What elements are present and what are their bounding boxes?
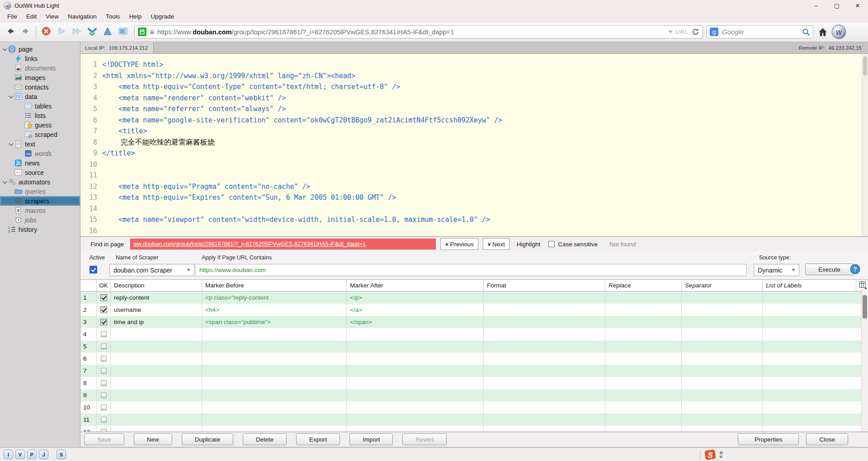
column-header-labels[interactable]: List of Labels bbox=[763, 280, 856, 291]
search-box[interactable]: g bbox=[707, 25, 813, 38]
export-button[interactable]: Export bbox=[296, 433, 340, 445]
cell-replace[interactable] bbox=[605, 328, 682, 340]
checked-checkbox[interactable] bbox=[100, 294, 107, 301]
cell-marker_after[interactable] bbox=[347, 353, 484, 365]
cell-description[interactable] bbox=[111, 389, 202, 401]
cell-marker_after[interactable] bbox=[347, 426, 484, 432]
cell-labels[interactable] bbox=[763, 401, 856, 414]
reload-icon[interactable] bbox=[692, 28, 699, 36]
empty-checkbox[interactable] bbox=[101, 356, 107, 362]
expand-caret-icon[interactable] bbox=[8, 92, 14, 101]
table-row[interactable]: 7 bbox=[80, 365, 868, 377]
cell-marker_before[interactable] bbox=[202, 426, 347, 432]
slideshow-button[interactable] bbox=[116, 25, 130, 39]
fast-forward-button[interactable] bbox=[70, 25, 84, 39]
find-next-button[interactable]: ∨ Next bbox=[483, 238, 509, 250]
cell-separator[interactable] bbox=[682, 304, 763, 316]
cell-format[interactable] bbox=[484, 389, 605, 401]
cell-description[interactable] bbox=[111, 401, 202, 414]
cell-labels[interactable] bbox=[763, 426, 856, 432]
status-toggle-s[interactable]: S bbox=[57, 450, 66, 459]
cell-description[interactable] bbox=[111, 328, 202, 340]
cell-labels[interactable] bbox=[763, 377, 856, 389]
expand-caret-icon[interactable] bbox=[8, 139, 14, 149]
cell-replace[interactable] bbox=[605, 316, 682, 328]
scraper-badge-icon[interactable]: S bbox=[704, 449, 716, 461]
table-row[interactable]: 4 bbox=[80, 328, 868, 340]
cell-marker_after[interactable] bbox=[347, 377, 484, 389]
cell-description[interactable]: time and ip bbox=[111, 316, 202, 328]
cell-marker_after[interactable] bbox=[347, 340, 484, 353]
cell-format[interactable] bbox=[484, 328, 605, 340]
menu-view[interactable]: View bbox=[41, 12, 63, 21]
sidebar-item-queries[interactable]: queries bbox=[0, 187, 80, 196]
cell-description[interactable] bbox=[111, 353, 202, 365]
cell-labels[interactable] bbox=[763, 365, 856, 377]
expand-caret-icon[interactable] bbox=[2, 44, 8, 54]
help-icon[interactable]: ? bbox=[850, 264, 860, 274]
chevron-down-icon[interactable] bbox=[668, 31, 673, 33]
column-header-ok[interactable]: OK bbox=[97, 280, 111, 291]
cell-marker_after[interactable]: </a> bbox=[347, 304, 484, 316]
sidebar-item-words[interactable]: Aawords bbox=[0, 149, 80, 158]
cell-format[interactable] bbox=[484, 414, 605, 426]
cell-marker_before[interactable]: <p class="reply-content bbox=[202, 292, 347, 304]
outwit-logo-icon[interactable]: w bbox=[831, 24, 846, 39]
cell-labels[interactable] bbox=[763, 414, 856, 426]
close-button[interactable]: Close bbox=[806, 433, 848, 445]
sidebar-item-automators[interactable]: automators bbox=[0, 177, 80, 187]
empty-checkbox[interactable] bbox=[101, 343, 107, 349]
cell-marker_before[interactable] bbox=[202, 389, 347, 401]
empty-checkbox[interactable] bbox=[101, 331, 107, 337]
sidebar-item-source[interactable]: <>source bbox=[0, 168, 80, 177]
sidebar-item-history[interactable]: 1.2.history bbox=[0, 225, 80, 234]
cell-labels[interactable] bbox=[763, 292, 856, 304]
cell-format[interactable] bbox=[484, 316, 605, 328]
status-toggle-p[interactable]: P bbox=[27, 450, 37, 459]
sidebar-item-text[interactable]: text bbox=[0, 139, 80, 149]
case-sensitive-checkbox[interactable] bbox=[548, 241, 555, 247]
cell-labels[interactable] bbox=[763, 340, 856, 353]
cell-labels[interactable] bbox=[763, 389, 856, 401]
empty-checkbox[interactable] bbox=[101, 380, 107, 386]
cell-description[interactable] bbox=[111, 426, 202, 432]
cell-format[interactable] bbox=[484, 304, 605, 316]
cell-separator[interactable] bbox=[682, 389, 763, 401]
cell-marker_after[interactable] bbox=[347, 328, 484, 340]
scrollbar-thumb[interactable] bbox=[863, 56, 867, 75]
cell-replace[interactable] bbox=[605, 389, 682, 401]
source-view[interactable]: 1<!DOCTYPE html>2<html xmlns="http://www… bbox=[80, 54, 868, 236]
sidebar-item-page[interactable]: page bbox=[0, 44, 80, 54]
checked-checkbox[interactable] bbox=[100, 319, 107, 325]
cell-description[interactable] bbox=[111, 414, 202, 426]
sidebar-item-scrapers[interactable]: scrapers bbox=[0, 196, 80, 206]
status-toggle-v[interactable]: V bbox=[15, 450, 25, 459]
empty-checkbox[interactable] bbox=[101, 429, 107, 432]
cell-replace[interactable] bbox=[605, 365, 682, 377]
table-row[interactable]: 12 bbox=[80, 426, 868, 432]
duplicate-button[interactable]: Duplicate bbox=[182, 433, 233, 445]
cell-labels[interactable] bbox=[763, 353, 856, 365]
empty-checkbox[interactable] bbox=[101, 405, 107, 410]
cell-format[interactable] bbox=[484, 401, 605, 414]
table-row[interactable]: 6 bbox=[80, 353, 868, 365]
cell-labels[interactable] bbox=[763, 316, 856, 328]
cell-separator[interactable] bbox=[682, 426, 763, 432]
menu-file[interactable]: File bbox=[3, 12, 22, 21]
cell-marker_before[interactable] bbox=[202, 365, 347, 377]
home-icon[interactable] bbox=[818, 27, 828, 37]
table-row[interactable]: 3time and ip<span class="pubtime"></span… bbox=[80, 316, 868, 328]
column-header-format[interactable]: Format bbox=[484, 280, 605, 291]
cell-separator[interactable] bbox=[682, 365, 763, 377]
cell-separator[interactable] bbox=[682, 340, 763, 353]
back-arrow-button[interactable] bbox=[4, 25, 17, 39]
cell-replace[interactable] bbox=[605, 426, 682, 432]
highlight-button[interactable]: Highlight bbox=[517, 241, 541, 248]
source-type-select[interactable]: Dynamic bbox=[754, 264, 799, 276]
table-row[interactable]: 8 bbox=[80, 377, 868, 389]
status-toggle-i[interactable]: I bbox=[4, 450, 13, 459]
checked-checkbox[interactable] bbox=[100, 306, 107, 313]
menu-tools[interactable]: Tools bbox=[101, 12, 125, 21]
url-bar[interactable]: https://www.douban.com/group/topic/29618… bbox=[134, 25, 703, 38]
sidebar-item-macros[interactable]: 5macros bbox=[0, 206, 80, 215]
